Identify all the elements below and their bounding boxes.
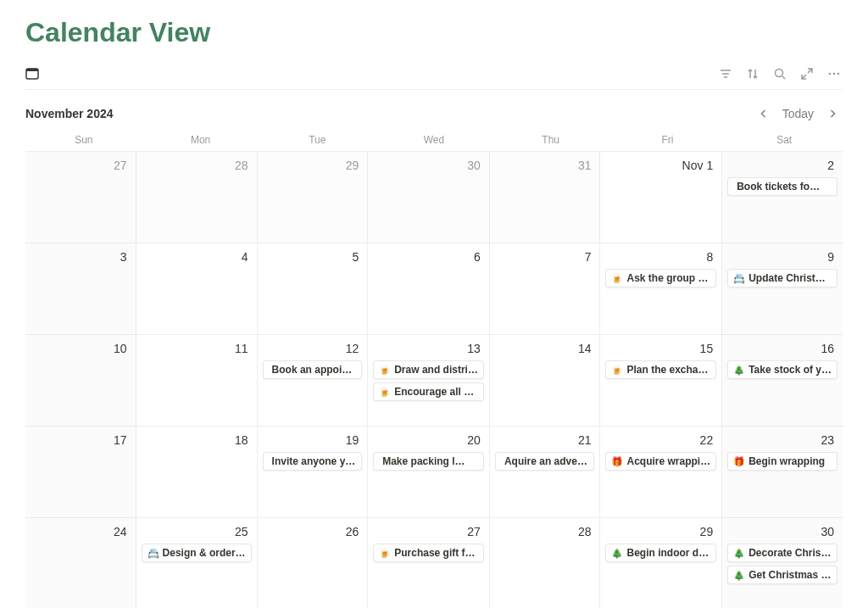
day-header: Sat	[726, 131, 843, 151]
event-chip[interactable]: Book tickets fo…	[727, 177, 837, 196]
day-number: 19	[263, 432, 363, 447]
day-number: 25	[142, 523, 252, 538]
day-cell[interactable]: 25📇Design & order…	[136, 518, 258, 608]
event-chip[interactable]: 🍺Draw and distri…	[373, 360, 484, 379]
day-number: 9	[727, 248, 837, 264]
day-cell[interactable]: Nov 1	[600, 152, 722, 243]
event-emoji-icon: 📇	[733, 273, 745, 284]
svg-point-8	[833, 73, 836, 75]
day-cell[interactable]: 30	[368, 152, 490, 243]
filter-icon[interactable]	[717, 65, 734, 82]
day-cell[interactable]: 26	[258, 518, 369, 608]
event-chip[interactable]: 🍺Plan the excha…	[605, 360, 716, 379]
day-cell[interactable]: 28	[490, 518, 601, 608]
day-number: 3	[31, 248, 131, 264]
day-cell[interactable]: 22🎁Acquire wrappi…	[600, 427, 722, 518]
event-label: Update Christ…	[748, 272, 832, 284]
event-chip[interactable]: 🍺Purchase gift f…	[373, 544, 484, 562]
event-label: Invite anyone y…	[272, 455, 357, 467]
search-icon[interactable]	[771, 65, 788, 82]
day-header: Thu	[492, 131, 609, 151]
calendar-grid: 2728293031Nov 12Book tickets fo…345678🍺A…	[25, 151, 843, 608]
event-chip[interactable]: 🎁Begin wrapping	[727, 452, 837, 471]
next-month-button[interactable]	[822, 103, 843, 124]
event-chip[interactable]: 📇Design & order…	[142, 544, 252, 562]
event-chip[interactable]: 🎄Decorate Chris…	[727, 544, 837, 562]
day-cell[interactable]: 7	[490, 243, 601, 335]
more-icon[interactable]	[826, 65, 843, 82]
day-number: 15	[605, 340, 716, 355]
day-number: 11	[142, 340, 252, 355]
day-cell[interactable]: 13🍺Draw and distri…🍺Encourage all …	[368, 335, 490, 427]
event-label: Take stock of y…	[748, 364, 832, 376]
day-cell[interactable]: 27🍺Purchase gift f…	[368, 518, 490, 608]
day-cell[interactable]: 6	[368, 243, 490, 335]
day-number: Nov 1	[605, 157, 716, 172]
day-cell[interactable]: 17	[25, 427, 136, 518]
day-cell[interactable]: 4	[136, 243, 258, 335]
event-chip[interactable]: Book an appoi…	[263, 360, 363, 379]
day-cell[interactable]: 15🍺Plan the excha…	[600, 335, 722, 427]
day-cell[interactable]: 5	[258, 243, 369, 335]
prev-month-button[interactable]	[754, 103, 774, 124]
day-header: Mon	[142, 131, 259, 151]
calendar-view-tab-icon[interactable]	[25, 67, 39, 81]
day-cell[interactable]: 18	[136, 427, 258, 518]
event-chip[interactable]: 🎄Take stock of y…	[727, 360, 837, 379]
view-toolbar	[25, 65, 843, 90]
event-chip[interactable]: Make packing l…	[373, 452, 484, 471]
day-cell[interactable]: 21Aquire an adve…	[490, 427, 601, 518]
event-label: Draw and distri…	[394, 364, 478, 376]
event-chip[interactable]: Aquire an adve…	[495, 452, 595, 471]
day-cell[interactable]: 28	[136, 152, 258, 243]
day-cell[interactable]: 16🎄Take stock of y…	[722, 335, 843, 427]
day-cell[interactable]: 27	[25, 152, 136, 243]
day-cell[interactable]: 12Book an appoi…	[258, 335, 369, 427]
event-chip[interactable]: 🎄Get Christmas …	[727, 566, 837, 584]
event-emoji-icon: 🍺	[611, 365, 623, 376]
event-emoji-icon: 🎄	[733, 570, 745, 581]
event-label: Decorate Chris…	[748, 547, 832, 559]
event-chip[interactable]: Invite anyone y…	[263, 452, 363, 471]
day-cell[interactable]: 10	[25, 335, 136, 427]
day-cell[interactable]: 20Make packing l…	[368, 427, 490, 518]
day-cell[interactable]: 31	[490, 152, 601, 243]
day-number: 28	[495, 523, 595, 538]
event-emoji-icon: 🍺	[379, 365, 391, 376]
day-header: Sun	[25, 131, 142, 151]
svg-point-9	[837, 73, 840, 75]
day-cell[interactable]: 30🎄Decorate Chris…🎄Get Christmas …	[722, 518, 843, 608]
sort-icon[interactable]	[744, 65, 761, 82]
today-button[interactable]: Today	[776, 105, 821, 122]
event-label: Aquire an adve…	[504, 455, 589, 467]
day-cell[interactable]: 29	[258, 152, 369, 243]
day-cell[interactable]: 8🍺Ask the group …	[600, 243, 722, 335]
event-chip[interactable]: 🎄Begin indoor d…	[605, 544, 716, 562]
event-label: Begin indoor d…	[626, 547, 710, 559]
event-emoji-icon: 🎄	[733, 365, 745, 376]
svg-point-7	[829, 73, 832, 75]
event-chip[interactable]: 🍺Encourage all …	[373, 382, 484, 401]
event-chip[interactable]: 🎁Acquire wrappi…	[605, 452, 716, 471]
day-number: 2	[727, 157, 837, 172]
day-cell[interactable]: 11	[136, 335, 258, 427]
day-cell[interactable]: 29🎄Begin indoor d…	[600, 518, 722, 608]
day-cell[interactable]: 9📇Update Christ…	[722, 243, 843, 335]
calendar-nav: Today	[754, 103, 843, 124]
day-number: 23	[727, 432, 837, 447]
event-chip[interactable]: 📇Update Christ…	[727, 269, 837, 287]
event-label: Begin wrapping	[748, 455, 832, 467]
day-cell[interactable]: 14	[490, 335, 601, 427]
expand-icon[interactable]	[798, 65, 815, 82]
day-cell[interactable]: 2Book tickets fo…	[722, 152, 843, 243]
event-chip[interactable]: 🍺Ask the group …	[605, 269, 716, 287]
day-cell[interactable]: 23🎁Begin wrapping	[722, 427, 843, 518]
day-number: 14	[495, 340, 595, 355]
day-cell[interactable]: 3	[25, 243, 136, 335]
day-number: 30	[373, 157, 484, 172]
event-label: Purchase gift f…	[394, 547, 478, 559]
day-number: 5	[263, 248, 363, 264]
day-number: 4	[142, 248, 252, 264]
day-cell[interactable]: 19Invite anyone y…	[258, 427, 369, 518]
day-cell[interactable]: 24	[25, 518, 136, 608]
